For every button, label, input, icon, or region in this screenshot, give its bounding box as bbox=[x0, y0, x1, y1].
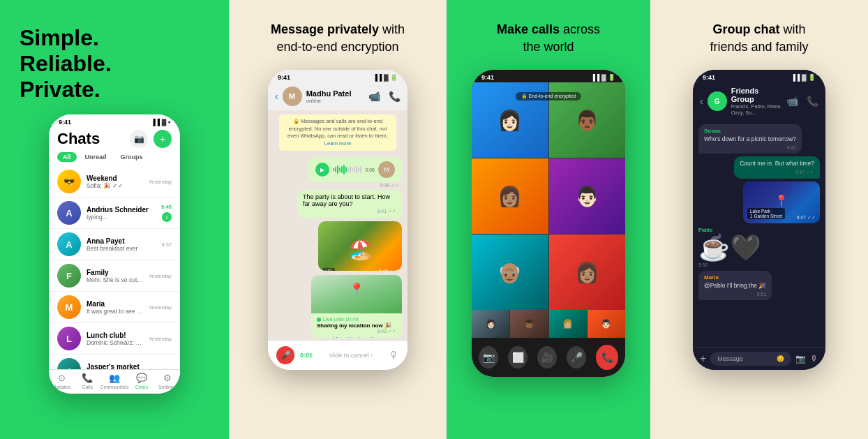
learn-more-link[interactable]: Learn more bbox=[324, 140, 351, 147]
panel-2: Message privately withend-to-end encrypt… bbox=[229, 0, 447, 439]
chat-preview: It was great to see you! Let's catch up … bbox=[87, 308, 143, 315]
tab-all[interactable]: All bbox=[57, 152, 77, 162]
sent-message: The party is about to start. How far awa… bbox=[297, 190, 402, 218]
mic-icon-right: 🎙 bbox=[389, 350, 399, 361]
message-text: Who's down for a picnic tomorrow? bbox=[704, 135, 796, 144]
screen-share-button[interactable]: ⬜ bbox=[508, 346, 527, 369]
list-item[interactable]: L Lunch club! Dominic Schwarz: 🎉 GIF Yes… bbox=[49, 323, 180, 355]
end-call-button[interactable]: 📞 bbox=[596, 345, 618, 370]
avatar: 😎 bbox=[57, 170, 81, 193]
recording-bar: 🎤 0:01 slide to cancel ‹ 🎙 bbox=[268, 340, 407, 370]
nav-calls[interactable]: 📞 Calls bbox=[75, 373, 100, 389]
chats-tabs: All Unread Groups bbox=[49, 152, 180, 166]
nav-communities[interactable]: 👥 Communities bbox=[100, 373, 129, 389]
chat-actions: 📹 📞 bbox=[368, 91, 401, 102]
chat-preview: Mom: She is so cute 🐶 bbox=[87, 276, 143, 283]
nav-chats[interactable]: 💬 Chats bbox=[128, 373, 154, 389]
mute-button[interactable]: 🎤 bbox=[567, 346, 586, 369]
message-time: 9:41 bbox=[704, 145, 796, 150]
call-icon[interactable]: 📞 bbox=[389, 91, 401, 102]
input-placeholder: Message bbox=[717, 355, 772, 362]
nav-label: Chats bbox=[135, 385, 148, 389]
chat-info: Weekend Sofia: 🎉 ✓✓ bbox=[87, 174, 143, 189]
chat-time: 9:45 bbox=[161, 204, 172, 210]
video-cell-4: 👨🏻 bbox=[549, 158, 626, 234]
emoji-icon[interactable]: 😊 bbox=[777, 355, 784, 362]
chat-meta: Yesterday bbox=[149, 273, 172, 279]
group-back-button[interactable]: ‹ bbox=[700, 96, 703, 107]
bottom-nav: ⊙ Updates 📞 Calls 👥 Communities 💬 Chats … bbox=[49, 369, 180, 394]
audio-avatar: M bbox=[378, 161, 395, 178]
list-item[interactable]: J Jasper's market It will be ready on Th… bbox=[49, 355, 180, 369]
message-input-bar: + Message 😊 📷 🎙 bbox=[693, 347, 825, 370]
group-actions: 📹 📞 bbox=[786, 96, 818, 107]
group-header: ‹ G Friends Group Francis, Pablo, Marie,… bbox=[693, 82, 825, 120]
list-item[interactable]: 😎 Weekend Sofia: 🎉 ✓✓ Yesterday bbox=[49, 166, 180, 198]
list-item[interactable]: A Anna Payet Best breakfast ever 9:37 bbox=[49, 229, 180, 260]
audio-time: 9:38 ✓✓ bbox=[268, 183, 399, 188]
attach-icon[interactable]: + bbox=[700, 352, 706, 365]
message-input[interactable]: Message 😊 bbox=[710, 352, 791, 366]
back-button[interactable]: ‹ bbox=[275, 91, 278, 102]
chat-name: Anna Payet bbox=[87, 237, 156, 245]
group-info: Friends Group Francis, Pablo, Marie, Ozz… bbox=[731, 87, 782, 116]
list-item[interactable]: F Family Mom: She is so cute 🐶 Yesterday bbox=[49, 260, 180, 292]
contact-avatar: M bbox=[283, 87, 302, 106]
chat-time: Yesterday bbox=[149, 336, 172, 342]
recording-mic-icon[interactable]: 🎤 bbox=[276, 346, 294, 364]
panel-1-headline: Simple.Reliable.Private. bbox=[20, 25, 112, 102]
mic-icon-input[interactable]: 🎙 bbox=[810, 354, 818, 364]
play-button[interactable]: ▶ bbox=[315, 163, 329, 177]
audio-duration: 0:08 bbox=[365, 168, 375, 172]
video-toggle-button[interactable]: 🎥 bbox=[537, 346, 557, 369]
camera-icon[interactable]: 📷 bbox=[130, 130, 148, 148]
status-bar-3: 9:41 ▐▐ ▓ 🔋 bbox=[472, 70, 625, 82]
location-label: Lake Park1 Garden Street bbox=[747, 208, 785, 219]
chat-name: Andrius Schneider bbox=[87, 206, 156, 214]
chat-name: Jasper's market bbox=[87, 363, 143, 370]
status-bar-4: 9:41 ▐▐ ▓ 🔋 bbox=[693, 70, 825, 82]
person-4: 👨🏻 bbox=[549, 158, 626, 234]
tab-unread[interactable]: Unread bbox=[80, 152, 112, 162]
nav-settings[interactable]: ⚙ Settings bbox=[154, 373, 180, 389]
group-call-icon[interactable]: 📞 bbox=[807, 96, 818, 107]
map-time: 9:47 ✓✓ bbox=[796, 215, 816, 221]
waveform bbox=[333, 164, 361, 175]
chats-title: Chats bbox=[57, 130, 100, 148]
live-indicator: Live until 10:49 bbox=[317, 316, 396, 322]
unread-badge: 2 bbox=[162, 212, 172, 222]
list-item[interactable]: M Maria It was great to see you! Let's c… bbox=[49, 292, 180, 323]
tab-groups[interactable]: Groups bbox=[115, 152, 149, 162]
panel-1: Simple.Reliable.Private. 9:41 ▐▐ ▓ ▪ Cha… bbox=[0, 0, 229, 439]
chat-name: Family bbox=[87, 269, 143, 276]
map-message: 📍 Lake Park1 Garden Street 9:47 ✓✓ bbox=[743, 181, 820, 223]
message-time: 9:51 bbox=[704, 292, 766, 297]
group-name: Friends Group bbox=[731, 87, 782, 103]
group-avatar: G bbox=[708, 91, 727, 111]
chat-info: Jasper's market It will be ready on Thur… bbox=[87, 363, 143, 370]
video-call-icon[interactable]: 📹 bbox=[368, 91, 380, 102]
panel-4: Group chat withfriends and family 9:41 ▐… bbox=[650, 0, 868, 439]
status-icons-4: ▐▐ ▓ 🔋 bbox=[791, 74, 816, 81]
chat-name: Lunch club! bbox=[87, 332, 143, 339]
thumbnail-2: 👦🏾 bbox=[510, 310, 548, 338]
group-video-icon[interactable]: 📹 bbox=[786, 96, 798, 107]
status-time-2: 9:41 bbox=[278, 74, 290, 81]
status-icons-3: ▐▐ ▓ 🔋 bbox=[591, 74, 615, 81]
camera-switch-button[interactable]: 📷 bbox=[479, 346, 498, 369]
chat-name: Maria bbox=[87, 300, 143, 308]
chat-time: Yesterday bbox=[149, 273, 172, 279]
nav-label: Calls bbox=[82, 385, 93, 389]
group-chat-screen: 9:41 ▐▐ ▓ 🔋 ‹ G Friends Group Francis, P… bbox=[693, 70, 825, 370]
camera-icon-input[interactable]: 📷 bbox=[795, 354, 806, 364]
view-location-btn[interactable]: View Live Location bbox=[317, 334, 396, 338]
sticker-content: ☕🖤 bbox=[698, 233, 761, 262]
compose-icon[interactable]: + bbox=[154, 130, 172, 148]
thumbnail-4: 👨🏻 bbox=[588, 310, 625, 338]
chat-info: Anna Payet Best breakfast ever bbox=[87, 237, 156, 252]
nav-updates[interactable]: ⊙ Updates bbox=[49, 373, 75, 389]
list-item[interactable]: A Andrius Schneider typing... 9:45 2 bbox=[49, 198, 180, 229]
chat-time: 9:37 bbox=[161, 241, 172, 248]
contact-status: online bbox=[306, 98, 364, 104]
status-icons-2: ▐▐ ▓ 🔋 bbox=[373, 74, 398, 81]
